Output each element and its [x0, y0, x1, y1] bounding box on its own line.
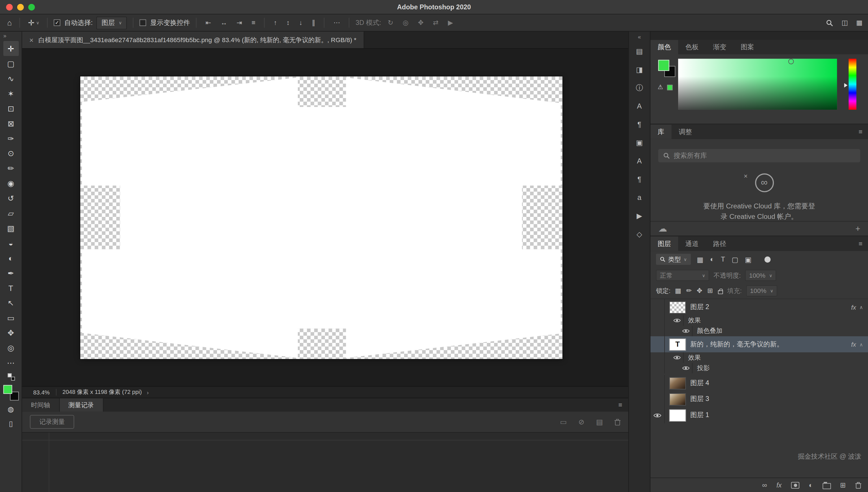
layer-row-selected[interactable]: T 新的，纯新的，毫无争议的新。 fx∧ — [651, 336, 868, 352]
layer-filter-switch[interactable] — [764, 256, 770, 263]
gradient-tool[interactable]: ▧ — [3, 221, 19, 236]
properties-panel-icon[interactable]: ▤ — [629, 42, 650, 60]
filter-shape-layers-icon[interactable]: ▢ — [732, 255, 738, 263]
blur-tool[interactable]: ◒ — [3, 236, 19, 250]
tab-measurement-log[interactable]: 测量记录 — [60, 398, 103, 412]
eraser-tool[interactable]: ▱ — [3, 205, 19, 221]
auto-select-target-dropdown[interactable]: 图层∨ — [97, 17, 127, 29]
layer-row[interactable]: 图层 1 — [651, 407, 868, 423]
export-measurements-icon[interactable]: ▤ — [596, 418, 603, 426]
library-search-input[interactable] — [674, 152, 855, 159]
visibility-toggle[interactable] — [651, 336, 665, 352]
current-tool-icon[interactable]: ✛∨ — [26, 18, 41, 27]
color-field-cursor[interactable] — [788, 59, 794, 65]
filter-pixel-layers-icon[interactable]: ▦ — [697, 255, 703, 263]
character-styles-panel-icon[interactable]: A — [629, 152, 650, 170]
brush-tool[interactable]: ✏ — [3, 161, 19, 176]
effect-visibility-toggle[interactable] — [670, 315, 684, 326]
effect-visibility-toggle[interactable] — [670, 352, 684, 363]
tab-timeline[interactable]: 时间轴 — [22, 398, 59, 412]
color-field[interactable] — [678, 59, 837, 110]
tab-color[interactable]: 颜色 — [651, 40, 678, 54]
panel-menu-icon[interactable]: ≡ — [859, 237, 863, 251]
tab-layers[interactable]: 图层 — [651, 237, 678, 251]
show-transform-checkbox[interactable] — [139, 20, 147, 26]
3d-slide-icon[interactable]: ⇄ — [430, 19, 441, 27]
visibility-toggle[interactable] — [651, 326, 665, 336]
home-icon[interactable]: ⌂ — [6, 18, 14, 27]
text-layer-thumbnail[interactable]: T — [669, 338, 686, 350]
layer-row[interactable]: 图层 3 — [651, 391, 868, 407]
new-layer-icon[interactable]: ⊞ — [840, 481, 846, 489]
move-tool[interactable]: ✛ — [3, 41, 19, 56]
record-measurements-button[interactable]: 记录测量 — [30, 415, 74, 429]
default-colors-icon[interactable] — [7, 373, 14, 380]
tab-gradients[interactable]: 渐变 — [706, 40, 734, 54]
foreground-color-swatch[interactable] — [3, 385, 12, 394]
3d-roll-icon[interactable]: ◎ — [400, 19, 411, 27]
new-group-icon[interactable] — [822, 483, 831, 489]
eyedropper-tool[interactable]: ✑ — [3, 131, 19, 146]
3d-orbit-icon[interactable]: ↻ — [385, 19, 396, 27]
zoom-level[interactable]: 83.4% — [33, 389, 50, 396]
blend-mode-dropdown[interactable]: 正常∨ — [656, 270, 709, 281]
visibility-toggle[interactable] — [651, 363, 665, 373]
tab-patterns[interactable]: 图案 — [734, 40, 761, 54]
gamut-warning-icon[interactable]: ⚠ — [658, 84, 663, 91]
character-panel-icon[interactable]: A — [629, 97, 650, 115]
lock-all-icon[interactable] — [718, 290, 723, 294]
layer-thumbnail[interactable] — [669, 377, 686, 389]
tab-libraries[interactable]: 库 — [651, 125, 672, 139]
fill-dropdown[interactable]: 100%∨ — [746, 285, 777, 296]
minimize-window-button[interactable] — [17, 4, 24, 10]
document-tab[interactable]: × 白模屋顶平面图__3431ea6e2747a8b2831af14865f9b… — [22, 32, 364, 48]
align-vertical-centers-icon[interactable]: ↕ — [284, 19, 292, 27]
add-layer-mask-icon[interactable] — [791, 482, 799, 489]
distribute-vertical-icon[interactable]: ∥ — [309, 19, 318, 27]
align-right-edges-icon[interactable]: ⇥ — [234, 19, 245, 27]
glyphs-panel-icon[interactable]: a — [629, 188, 650, 207]
tab-swatches[interactable]: 色板 — [678, 40, 706, 54]
dodge-tool[interactable]: ◐ — [3, 250, 19, 266]
adjustments-panel-icon[interactable]: ◨ — [629, 60, 650, 79]
clear-measurements-icon[interactable]: ⊘ — [578, 418, 584, 426]
threed-panel-icon[interactable]: ◇ — [629, 225, 650, 243]
panel-menu-icon[interactable]: ≡ — [859, 125, 863, 139]
path-selection-tool[interactable]: ↖ — [3, 295, 19, 310]
align-bottom-edges-icon[interactable]: ↓ — [296, 19, 305, 27]
visibility-toggle[interactable] — [651, 391, 665, 407]
search-icon[interactable] — [826, 19, 833, 26]
delete-layer-icon[interactable] — [855, 482, 862, 489]
effect-visibility-toggle[interactable] — [679, 326, 692, 336]
frame-tool[interactable]: ⊠ — [3, 116, 19, 131]
close-tab-icon[interactable]: × — [29, 35, 34, 44]
add-library-icon[interactable]: + — [855, 224, 860, 233]
timeline-panel-icon[interactable]: ▶ — [629, 207, 650, 225]
panel-menu-icon[interactable]: ≡ — [618, 398, 622, 412]
lock-artboard-icon[interactable]: ⊞ — [707, 287, 713, 295]
toolbar-collapse-icon[interactable]: » — [0, 33, 6, 41]
collapse-effects-icon[interactable]: ∧ — [859, 342, 863, 347]
layer-row[interactable]: 图层 4 — [651, 375, 868, 391]
workspace-switcher-icon[interactable]: ▦ — [856, 19, 862, 27]
visibility-toggle[interactable] — [651, 375, 665, 391]
lock-transparency-icon[interactable]: ▦ — [675, 287, 681, 295]
quick-mask-icon[interactable]: ◍ — [3, 402, 19, 415]
layer-thumbnail[interactable] — [669, 409, 686, 421]
paragraph-styles-panel-icon[interactable]: ¶ — [629, 170, 650, 188]
auto-select-checkbox[interactable]: ✓ — [54, 20, 60, 26]
healing-brush-tool[interactable]: ⊙ — [3, 146, 19, 161]
delete-measurements-icon[interactable] — [614, 418, 621, 425]
layer-style-icon[interactable]: fx — [777, 481, 782, 489]
layer-thumbnail[interactable] — [669, 301, 686, 313]
measurement-scale-icon[interactable]: ▭ — [560, 418, 567, 426]
status-chevron-icon[interactable]: › — [147, 389, 149, 396]
tab-channels[interactable]: 通道 — [678, 237, 706, 251]
filter-smart-objects-icon[interactable]: ▣ — [745, 255, 751, 263]
align-top-edges-icon[interactable]: ↑ — [271, 19, 280, 27]
rectangular-marquee-tool[interactable]: ▢ — [3, 56, 19, 71]
tab-adjustments[interactable]: 调整 — [672, 125, 699, 139]
collapse-effects-icon[interactable]: ∧ — [859, 304, 863, 310]
close-window-button[interactable] — [6, 4, 13, 10]
layer-row[interactable]: 图层 2 fx∧ — [651, 299, 868, 315]
